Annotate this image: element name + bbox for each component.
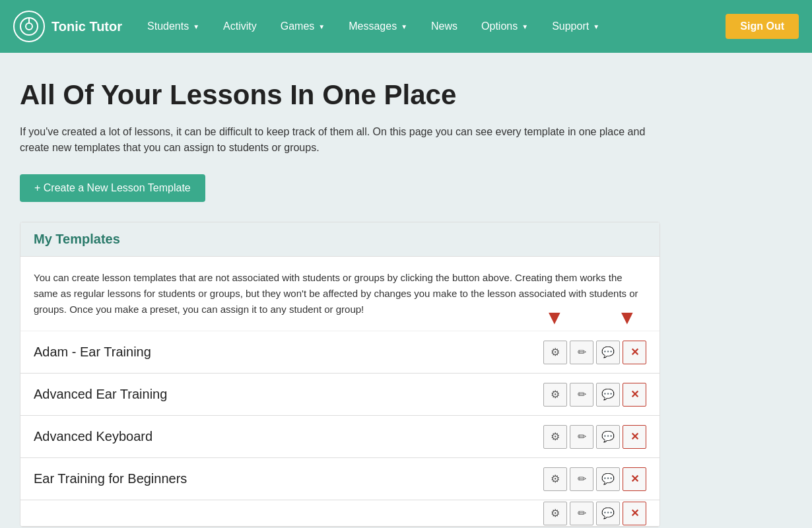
delete-button[interactable]: ✕ — [623, 425, 646, 449]
table-row: Adam - Ear Training ▼ ▼ ⚙ ✏ 💬 ✕ — [20, 331, 660, 374]
page-description: If you've created a lot of lessons, it c… — [20, 124, 660, 156]
message-button[interactable]: 💬 — [596, 502, 620, 525]
nav-item-games[interactable]: Games ▼ — [269, 0, 337, 53]
nav-logo[interactable]: Tonic Tutor — [13, 11, 122, 42]
chevron-down-icon: ▼ — [401, 23, 407, 30]
nav-item-news[interactable]: News — [419, 0, 469, 53]
navbar: Tonic Tutor Students ▼ Activity Games ▼ … — [0, 0, 812, 53]
template-name: Adam - Ear Training — [34, 345, 543, 360]
nav-item-messages[interactable]: Messages ▼ — [337, 0, 419, 53]
settings-button[interactable]: ⚙ — [543, 341, 567, 364]
page-title: All Of Your Lessons In One Place — [20, 79, 660, 111]
template-actions: ▼ ▼ ⚙ ✏ 💬 ✕ — [543, 341, 646, 364]
settings-button[interactable]: ⚙ — [543, 425, 567, 449]
edit-button[interactable]: ✏ — [570, 383, 593, 407]
delete-button[interactable]: ✕ — [623, 383, 646, 407]
template-name: Ear Training for Beginners — [34, 471, 543, 486]
edit-button[interactable]: ✏ — [570, 502, 593, 525]
sign-out-button[interactable]: Sign Out — [726, 14, 799, 39]
settings-button[interactable]: ⚙ — [543, 502, 567, 525]
logo-icon — [13, 11, 45, 42]
svg-point-1 — [26, 23, 32, 30]
message-button[interactable]: 💬 — [596, 425, 620, 449]
edit-button[interactable]: ✏ — [570, 467, 593, 491]
delete-button[interactable]: ✕ — [623, 341, 646, 364]
chevron-down-icon: ▼ — [193, 23, 199, 30]
edit-button[interactable]: ✏ — [570, 425, 593, 449]
nav-item-activity[interactable]: Activity — [211, 0, 269, 53]
chevron-down-icon: ▼ — [318, 23, 325, 30]
table-row: ⚙ ✏ 💬 ✕ — [20, 500, 660, 527]
templates-info: You can create lesson templates that are… — [20, 257, 660, 331]
templates-header: My Templates — [20, 222, 660, 257]
logo-text: Tonic Tutor — [51, 19, 122, 34]
template-actions: ⚙ ✏ 💬 ✕ — [543, 467, 646, 491]
message-button[interactable]: 💬 — [596, 341, 620, 364]
delete-button[interactable]: ✕ — [623, 467, 646, 491]
settings-button[interactable]: ⚙ — [543, 383, 567, 407]
templates-panel: My Templates You can create lesson templ… — [20, 222, 660, 527]
template-name: Advanced Keyboard — [34, 429, 543, 444]
template-name: Advanced Ear Training — [34, 387, 543, 402]
table-row: Advanced Ear Training ⚙ ✏ 💬 ✕ — [20, 374, 660, 416]
delete-button[interactable]: ✕ — [623, 502, 646, 525]
settings-button[interactable]: ⚙ — [543, 467, 567, 491]
chevron-down-icon: ▼ — [593, 23, 599, 30]
message-button[interactable]: 💬 — [596, 383, 620, 407]
message-button[interactable]: 💬 — [596, 467, 620, 491]
nav-items: Students ▼ Activity Games ▼ Messages ▼ N… — [135, 0, 726, 53]
nav-item-students[interactable]: Students ▼ — [135, 0, 211, 53]
table-row: Ear Training for Beginners ⚙ ✏ 💬 ✕ — [20, 458, 660, 500]
template-actions: ⚙ ✏ 💬 ✕ — [543, 425, 646, 449]
chevron-down-icon: ▼ — [522, 23, 528, 30]
nav-item-options[interactable]: Options ▼ — [469, 0, 540, 53]
template-actions: ⚙ ✏ 💬 ✕ — [543, 502, 646, 525]
table-row: Advanced Keyboard ⚙ ✏ 💬 ✕ — [20, 416, 660, 458]
edit-button[interactable]: ✏ — [570, 341, 593, 364]
template-actions: ⚙ ✏ 💬 ✕ — [543, 383, 646, 407]
main-content: All Of Your Lessons In One Place If you'… — [0, 53, 680, 528]
create-lesson-template-button[interactable]: + Create a New Lesson Template — [20, 174, 205, 202]
nav-item-support[interactable]: Support ▼ — [540, 0, 611, 53]
